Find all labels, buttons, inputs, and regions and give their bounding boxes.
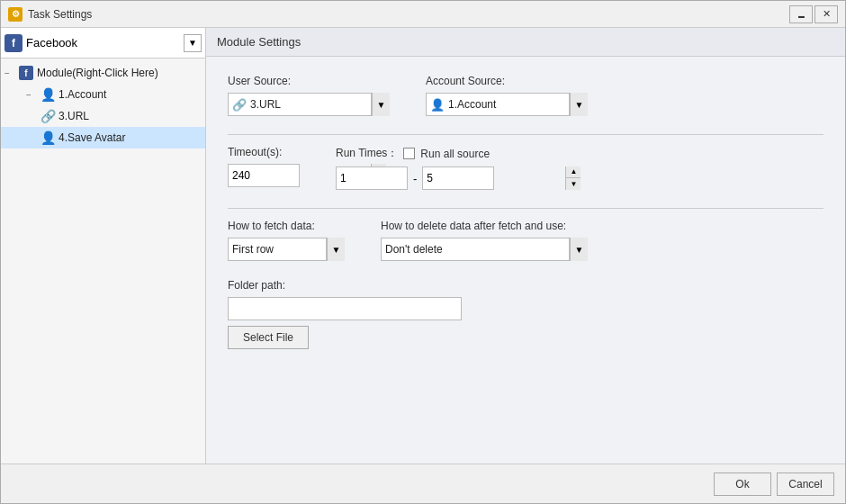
account-source-arrow[interactable]: ▼ bbox=[570, 93, 588, 116]
user-source-arrow[interactable]: ▼ bbox=[372, 93, 390, 116]
user-source-label: User Source: bbox=[228, 75, 390, 87]
delete-label: How to delete data after fetch and use: bbox=[381, 220, 588, 232]
main-content: f Facebook ▼ − f Module(Right-Click Here… bbox=[1, 28, 845, 464]
fetch-arrow[interactable]: ▼ bbox=[327, 238, 345, 261]
right-panel: Module Settings User Source: 🔗 3.URL ▼ bbox=[206, 28, 845, 464]
run-from-spinner[interactable]: ▲ ▼ bbox=[336, 166, 408, 190]
left-panel-header: f Facebook ▼ bbox=[1, 28, 205, 58]
fetch-row: How to fetch data: First row ▼ How to de… bbox=[228, 220, 824, 261]
run-all-source-label: Run all source bbox=[420, 148, 490, 160]
run-to-buttons: ▲ ▼ bbox=[565, 166, 580, 190]
title-bar-buttons: 🗕 ✕ bbox=[789, 5, 838, 23]
url-label: 3.URL bbox=[58, 110, 89, 122]
dash: - bbox=[413, 172, 417, 185]
window-icon: ⚙ bbox=[8, 7, 22, 22]
account-source-icon: 👤 bbox=[430, 98, 445, 112]
user-source-select[interactable]: 🔗 3.URL bbox=[228, 93, 372, 116]
run-to-down[interactable]: ▼ bbox=[566, 178, 580, 190]
user-source-icon: 🔗 bbox=[232, 98, 247, 112]
run-times-inputs: ▲ ▼ - ▲ ▼ bbox=[336, 166, 494, 190]
source-row: User Source: 🔗 3.URL ▼ Account Source: bbox=[228, 75, 824, 116]
expander-icon: − bbox=[4, 68, 15, 78]
right-panel-content: User Source: 🔗 3.URL ▼ Account Source: bbox=[206, 57, 845, 464]
title-bar-left: ⚙ Task Settings bbox=[8, 7, 92, 22]
account-source-group: Account Source: 👤 1.Account ▼ bbox=[426, 75, 588, 116]
module-label: Module(Right-Click Here) bbox=[37, 67, 158, 79]
delete-arrow[interactable]: ▼ bbox=[570, 238, 588, 261]
account-source-select[interactable]: 👤 1.Account bbox=[426, 93, 570, 116]
module-fb-icon: f bbox=[19, 66, 33, 80]
run-all-source-checkbox[interactable] bbox=[403, 148, 415, 159]
ok-button[interactable]: Ok bbox=[714, 472, 771, 496]
avatar-label: 4.Save Avatar bbox=[58, 131, 126, 144]
timeout-spinner[interactable]: ▲ ▼ bbox=[228, 164, 300, 187]
user-source-group: User Source: 🔗 3.URL ▼ bbox=[228, 75, 390, 116]
folder-group: Folder path: Select File bbox=[228, 279, 824, 349]
tree: − f Module(Right-Click Here) − 👤 1.Accou… bbox=[1, 58, 205, 152]
url-node-icon: 🔗 bbox=[40, 109, 55, 123]
run-to-spinner[interactable]: ▲ ▼ bbox=[422, 166, 494, 190]
timeout-row: Timeout(s): ▲ ▼ Run Times： bbox=[228, 146, 824, 190]
user-source-value: 3.URL bbox=[250, 98, 367, 111]
account-name: Facebook bbox=[26, 36, 180, 50]
account-source-value: 1.Account bbox=[448, 98, 565, 111]
timeout-label: Timeout(s): bbox=[228, 146, 300, 158]
cancel-button[interactable]: Cancel bbox=[777, 472, 834, 496]
tree-item-account[interactable]: − 👤 1.Account bbox=[1, 84, 205, 105]
delete-value: Don't delete bbox=[385, 243, 565, 256]
task-settings-window: ⚙ Task Settings 🗕 ✕ f Facebook ▼ − f Mod… bbox=[0, 0, 846, 504]
tree-item-avatar[interactable]: − 👤 4.Save Avatar bbox=[1, 127, 205, 148]
window-title: Task Settings bbox=[28, 8, 92, 21]
select-file-button[interactable]: Select File bbox=[228, 326, 309, 349]
tree-root[interactable]: − f Module(Right-Click Here) bbox=[1, 62, 205, 84]
timeout-group: Timeout(s): ▲ ▼ bbox=[228, 146, 300, 190]
run-to-input[interactable] bbox=[423, 172, 565, 184]
folder-input[interactable] bbox=[228, 297, 462, 320]
facebook-icon: f bbox=[4, 34, 22, 52]
run-times-header: Run Times： Run all source bbox=[336, 146, 494, 161]
divider1 bbox=[228, 134, 824, 135]
delete-group: How to delete data after fetch and use: … bbox=[381, 220, 588, 261]
child1-expander: − bbox=[26, 90, 37, 100]
run-times-group: Run Times： Run all source ▲ ▼ bbox=[336, 146, 494, 190]
minimize-button[interactable]: 🗕 bbox=[789, 5, 813, 23]
run-times-label: Run Times： bbox=[336, 146, 398, 161]
folder-label: Folder path: bbox=[228, 279, 824, 292]
account-node-icon: 👤 bbox=[40, 87, 55, 102]
fetch-value: First row bbox=[232, 243, 322, 256]
account-dropdown-arrow[interactable]: ▼ bbox=[184, 34, 202, 52]
close-button[interactable]: ✕ bbox=[814, 5, 838, 23]
left-panel: f Facebook ▼ − f Module(Right-Click Here… bbox=[1, 28, 206, 464]
module-settings-header: Module Settings bbox=[206, 28, 845, 57]
bottom-bar: Ok Cancel bbox=[1, 464, 845, 503]
tree-item-url[interactable]: − 🔗 3.URL bbox=[1, 105, 205, 127]
account-label: 1.Account bbox=[58, 88, 106, 101]
fetch-select[interactable]: First row bbox=[228, 238, 327, 261]
fetch-group: How to fetch data: First row ▼ bbox=[228, 220, 345, 261]
divider2 bbox=[228, 208, 824, 209]
title-bar: ⚙ Task Settings 🗕 ✕ bbox=[1, 1, 845, 28]
fetch-label: How to fetch data: bbox=[228, 220, 345, 232]
account-source-label: Account Source: bbox=[426, 75, 588, 87]
avatar-node-icon: 👤 bbox=[40, 130, 55, 145]
delete-select[interactable]: Don't delete bbox=[381, 238, 570, 261]
run-to-up[interactable]: ▲ bbox=[566, 166, 580, 178]
